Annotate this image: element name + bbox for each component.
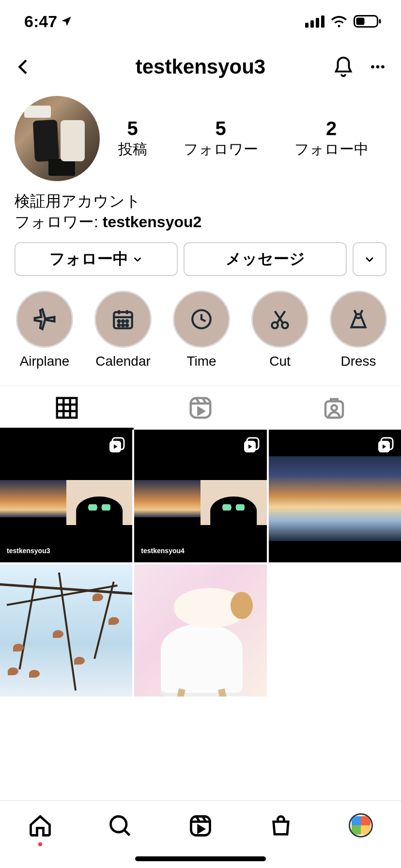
home-icon [28, 813, 53, 838]
svg-point-12 [122, 320, 124, 322]
stat-posts-count: 5 [118, 118, 147, 140]
nav-bar: testkensyou3 [0, 43, 401, 91]
post-thumbnail[interactable] [0, 564, 132, 697]
suggested-button[interactable] [353, 242, 386, 276]
svg-rect-21 [191, 398, 211, 418]
home-indicator [135, 856, 266, 861]
shop-icon [268, 813, 293, 838]
avatar[interactable] [15, 96, 100, 181]
airplane-icon [31, 306, 58, 332]
svg-point-11 [118, 320, 120, 322]
highlight-cut[interactable]: Cut [250, 291, 310, 369]
follow-button[interactable]: フォロー中 [15, 242, 178, 276]
reels-icon [187, 395, 214, 421]
clock-icon [189, 307, 214, 331]
bio: 検証用アカウント フォロワー: testkensyou2 [0, 191, 401, 242]
tagged-icon [321, 395, 347, 421]
svg-point-16 [126, 325, 128, 326]
dress-icon [346, 307, 370, 331]
battery-icon [354, 15, 382, 28]
post-caption: testkensyou4 [141, 547, 184, 555]
follower-link[interactable]: testkensyou2 [103, 213, 202, 231]
svg-point-23 [331, 405, 337, 411]
page-title: testkensyou3 [77, 55, 324, 78]
stat-followers-label: フォロワー [184, 140, 258, 159]
profile-header: 5 投稿 5 フォロワー 2 フォロー中 [0, 91, 401, 191]
grid-icon [54, 395, 80, 421]
highlight-label: Dress [340, 354, 376, 369]
svg-point-8 [376, 65, 380, 69]
highlight-label: Airplane [20, 354, 70, 369]
svg-point-9 [381, 65, 385, 69]
reels-icon [188, 813, 213, 838]
status-bar: 6:47 [0, 0, 401, 43]
svg-point-14 [118, 325, 120, 326]
stat-followers-count: 5 [184, 118, 258, 140]
svg-rect-0 [305, 23, 308, 28]
svg-rect-20 [57, 398, 77, 418]
post-thumbnail[interactable] [269, 430, 401, 562]
svg-point-30 [111, 817, 127, 833]
message-label: メッセージ [226, 248, 305, 270]
content-tabs [0, 386, 401, 430]
svg-rect-2 [316, 18, 319, 28]
reel-badge-icon [108, 436, 125, 454]
notifications-button[interactable] [332, 56, 355, 78]
tab-tagged[interactable] [267, 386, 401, 430]
wifi-icon [330, 15, 348, 28]
stat-posts[interactable]: 5 投稿 [118, 118, 147, 159]
chevron-down-icon [132, 254, 143, 264]
svg-rect-5 [356, 18, 365, 25]
post-caption: testkensyou3 [7, 547, 50, 555]
highlight-airplane[interactable]: Airplane [15, 291, 75, 369]
profile-actions: フォロー中 メッセージ [0, 242, 401, 291]
notification-dot [38, 842, 42, 846]
svg-point-15 [122, 325, 124, 326]
highlight-time[interactable]: Time [171, 291, 231, 369]
back-button[interactable] [15, 56, 32, 78]
tab-reels[interactable] [186, 813, 215, 838]
cellular-icon [305, 15, 324, 28]
tab-shop[interactable] [266, 813, 295, 838]
highlight-label: Calendar [95, 354, 151, 369]
profile-app-icon [349, 813, 373, 837]
highlight-dress[interactable]: Dress [328, 291, 388, 369]
svg-point-13 [126, 320, 128, 322]
stat-following-count: 2 [294, 118, 369, 140]
chevron-down-icon [364, 253, 375, 265]
message-button[interactable]: メッセージ [184, 242, 347, 276]
post-thumbnail[interactable] [134, 564, 266, 697]
stat-following[interactable]: 2 フォロー中 [294, 118, 369, 159]
tab-grid[interactable] [0, 386, 134, 430]
svg-rect-3 [321, 16, 324, 28]
search-icon [108, 813, 133, 838]
scissors-icon [268, 307, 292, 331]
svg-rect-1 [310, 20, 314, 28]
svg-rect-6 [379, 19, 381, 24]
tab-search[interactable] [106, 813, 135, 838]
post-thumbnail[interactable]: testkensyou4 [134, 430, 266, 562]
reel-badge-icon [243, 436, 260, 454]
status-time: 6:47 [24, 12, 57, 31]
svg-point-7 [371, 65, 374, 69]
stat-followers[interactable]: 5 フォロワー [184, 118, 258, 159]
stat-following-label: フォロー中 [294, 140, 369, 159]
reel-badge-icon [377, 436, 394, 454]
more-button[interactable] [369, 58, 386, 76]
stat-posts-label: 投稿 [118, 140, 147, 159]
bottom-tab-bar [0, 800, 401, 868]
highlights-tray[interactable]: Airplane Calendar Time Cut Dress [0, 291, 401, 381]
posts-grid: testkensyou3 testkensyou4 [0, 430, 401, 697]
tab-reels[interactable] [134, 386, 267, 430]
post-thumbnail[interactable]: testkensyou3 [0, 430, 132, 562]
highlight-calendar[interactable]: Calendar [93, 291, 153, 369]
location-icon [60, 15, 73, 28]
follow-label: フォロー中 [49, 248, 128, 270]
follower-prefix: フォロワー: [15, 213, 103, 231]
highlight-label: Time [186, 354, 216, 369]
highlight-label: Cut [269, 354, 291, 369]
tab-profile[interactable] [346, 813, 375, 837]
tab-home[interactable] [26, 813, 55, 846]
calendar-icon [111, 307, 135, 331]
display-name: 検証用アカウント [15, 191, 386, 212]
